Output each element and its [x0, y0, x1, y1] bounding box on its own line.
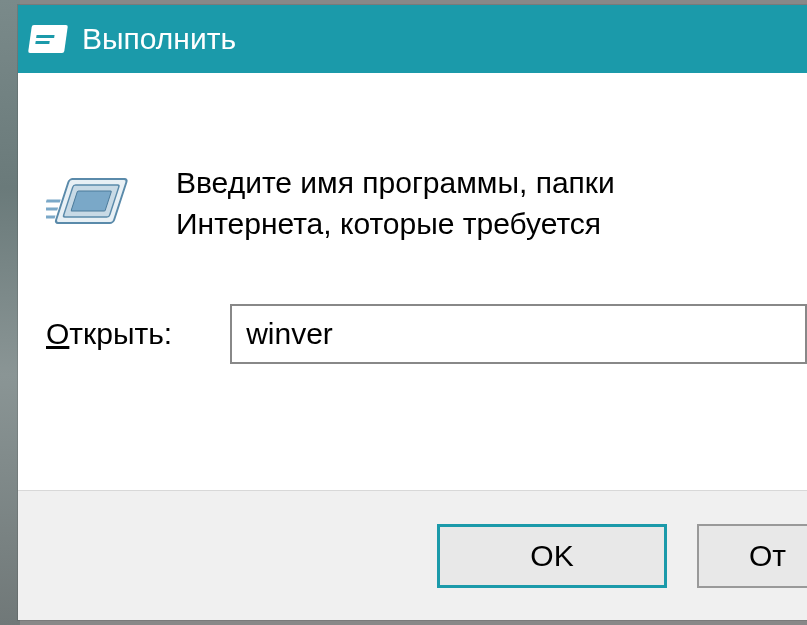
- run-large-icon: [46, 171, 136, 241]
- open-label: Открыть:: [46, 317, 172, 351]
- ok-button[interactable]: OK: [437, 524, 667, 588]
- command-input[interactable]: [230, 304, 807, 364]
- desktop-background: [0, 0, 20, 625]
- run-app-icon: [28, 25, 68, 53]
- window-title: Выполнить: [82, 22, 236, 56]
- button-bar: OK От: [18, 490, 807, 620]
- run-dialog-window: Выполнить Введите имя программы, папки: [18, 5, 807, 620]
- instruction-text: Введите имя программы, папки Интернета, …: [176, 163, 615, 244]
- dialog-content: Введите имя программы, папки Интернета, …: [18, 73, 807, 364]
- input-row: Открыть:: [46, 304, 807, 364]
- cancel-button[interactable]: От: [697, 524, 807, 588]
- svg-rect-2: [71, 191, 111, 211]
- titlebar[interactable]: Выполнить: [18, 5, 807, 73]
- intro-row: Введите имя программы, папки Интернета, …: [46, 163, 807, 244]
